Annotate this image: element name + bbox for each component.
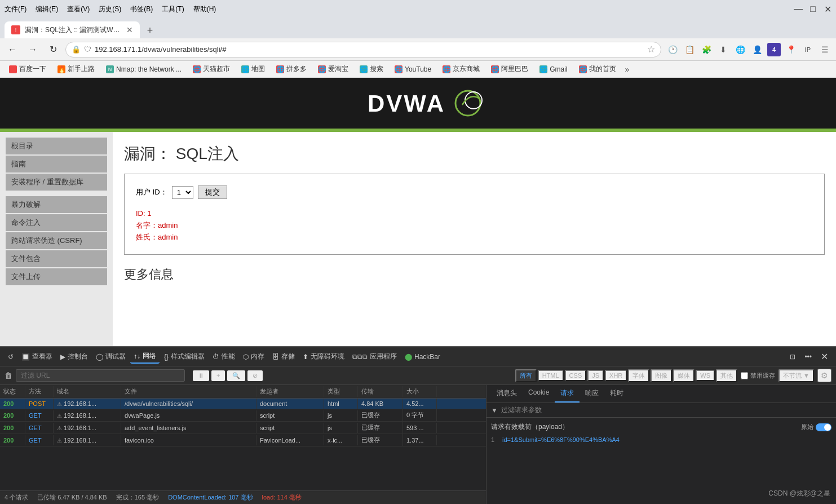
devtools-network-btn[interactable]: ↑↓ 网络 bbox=[130, 350, 160, 364]
disable-cache-input[interactable] bbox=[741, 372, 748, 379]
menu-icon[interactable]: ☰ bbox=[818, 43, 831, 56]
type-html-btn[interactable]: HTML bbox=[538, 370, 564, 381]
raw-toggle-switch[interactable] bbox=[816, 423, 831, 431]
tab-cookie[interactable]: Cookie bbox=[523, 385, 555, 403]
menu-file[interactable]: 文件(F) bbox=[5, 5, 26, 14]
menu-history[interactable]: 历史(S) bbox=[99, 5, 121, 14]
bookmarks-overflow-button[interactable]: » bbox=[623, 64, 632, 75]
table-row[interactable]: 200 GET ⚠ 192.168.1... favicon.ico Favic… bbox=[0, 434, 486, 446]
table-row[interactable]: 200 GET ⚠ 192.168.1... add_event_listene… bbox=[0, 422, 486, 434]
devtools-perf-btn[interactable]: ⏱ 性能 bbox=[209, 350, 238, 363]
url-text[interactable]: 192.168.171.1/dvwa/vulnerabilities/sqli/… bbox=[95, 45, 644, 54]
devtools-inspector-btn[interactable]: 🔲 查看器 bbox=[18, 350, 56, 363]
devtools-hackbar-btn[interactable]: ⬤ HackBar bbox=[401, 351, 444, 362]
sidebar-item-root[interactable]: 根目录 bbox=[6, 138, 107, 154]
devtools-a11y-btn[interactable]: ⬆ 无障碍环境 bbox=[299, 350, 348, 363]
menu-tools[interactable]: 工具(T) bbox=[162, 5, 184, 14]
pause-filter-btn[interactable]: ⏸ bbox=[193, 370, 209, 381]
container-icon[interactable]: 4 bbox=[767, 43, 781, 56]
sidebar-item-guide[interactable]: 指南 bbox=[6, 156, 107, 173]
filter-url-input[interactable] bbox=[16, 369, 185, 382]
stop-filter-btn[interactable]: ⊘ bbox=[247, 370, 263, 381]
table-row[interactable]: 200 POST ⚠ 192.168.1... /dvwa/vulnerabil… bbox=[0, 399, 486, 409]
search-filter-btn[interactable]: 🔍 bbox=[227, 370, 245, 381]
type-media-btn[interactable]: 媒体 bbox=[673, 369, 695, 382]
ip-label[interactable]: IP bbox=[801, 43, 815, 56]
type-image-btn[interactable]: 图像 bbox=[651, 369, 672, 382]
maximize-button[interactable]: □ bbox=[809, 5, 817, 13]
devtools-close-btn[interactable]: ✕ bbox=[817, 350, 831, 363]
bookmark-search[interactable]: 🌐 搜索 bbox=[355, 63, 388, 75]
extensions-icon[interactable]: 🧩 bbox=[700, 43, 713, 56]
sidebar-item-setup[interactable]: 安装程序 / 重置数据库 bbox=[6, 174, 107, 191]
type-all-btn[interactable]: 所有 bbox=[515, 369, 537, 382]
addon-icon[interactable]: 🌐 bbox=[733, 43, 747, 56]
sidebar-item-file-include[interactable]: 文件包含 bbox=[6, 250, 107, 267]
sidebar-item-csrf[interactable]: 跨站请求伪造 (CSRF) bbox=[6, 232, 107, 249]
reading-list-icon[interactable]: 📋 bbox=[683, 43, 696, 56]
bookmark-star-icon[interactable]: ☆ bbox=[647, 44, 655, 55]
devtools-reload-btn[interactable]: ↺ bbox=[5, 351, 17, 362]
download-icon[interactable]: ⬇ bbox=[716, 43, 730, 56]
tab-timing[interactable]: 耗时 bbox=[604, 385, 629, 403]
type-other-btn[interactable]: 其他 bbox=[716, 369, 737, 382]
devtools-more-btn[interactable]: ••• bbox=[801, 351, 815, 362]
table-row[interactable]: 200 GET ⚠ 192.168.1... dvwaPage.js scrip… bbox=[0, 409, 486, 422]
forward-button[interactable]: → bbox=[25, 42, 41, 58]
bookmark-nmap[interactable]: N Nmap: the Network ... bbox=[101, 64, 186, 74]
bookmark-jd[interactable]: 🌐 京东商城 bbox=[438, 63, 484, 75]
tab-close-button[interactable]: ✕ bbox=[126, 25, 133, 34]
type-ws-btn[interactable]: WS bbox=[696, 370, 715, 381]
trash-icon[interactable]: 🗑 bbox=[5, 371, 12, 380]
menu-bookmarks[interactable]: 书签(B) bbox=[130, 5, 153, 14]
devtools-memory-btn[interactable]: ⬡ 内存 bbox=[240, 350, 268, 363]
bookmark-gmail[interactable]: 🌐 Gmail bbox=[535, 64, 572, 74]
sidebar-item-file-upload[interactable]: 文件上传 bbox=[6, 268, 107, 285]
minimize-button[interactable]: — bbox=[794, 5, 802, 13]
type-js-btn[interactable]: JS bbox=[587, 370, 604, 381]
bookmark-baidu[interactable]: 百度一下 bbox=[5, 63, 51, 75]
history-icon[interactable]: 🕐 bbox=[666, 43, 679, 56]
menu-help[interactable]: 帮助(H) bbox=[193, 5, 216, 14]
devtools-storage-btn[interactable]: 🗄 存储 bbox=[269, 350, 298, 363]
tab-message-headers[interactable]: 消息头 bbox=[491, 385, 523, 403]
active-tab[interactable]: ! 漏洞：SQL注入 :: 漏洞测试We... ✕ bbox=[5, 21, 140, 38]
bookmark-alibaba[interactable]: 🌐 阿里巴巴 bbox=[486, 63, 533, 75]
disable-cache-checkbox[interactable]: 禁用缓存 bbox=[741, 372, 775, 380]
raw-toggle[interactable]: 原始 bbox=[801, 423, 831, 431]
tab-request[interactable]: 请求 bbox=[555, 385, 580, 403]
devtools-debugger-btn[interactable]: ◯ 调试器 bbox=[92, 350, 129, 363]
add-filter-btn[interactable]: + bbox=[211, 370, 225, 381]
no-throttle-btn[interactable]: 不节流 ▼ bbox=[779, 369, 814, 382]
type-css-btn[interactable]: CSS bbox=[565, 370, 587, 381]
user-id-select[interactable]: 1 2 bbox=[172, 186, 193, 199]
tab-response[interactable]: 响应 bbox=[580, 385, 604, 403]
sidebar-item-brute[interactable]: 暴力破解 bbox=[6, 196, 107, 213]
bookmark-newbie[interactable]: 🔥 新手上路 bbox=[53, 63, 99, 75]
refresh-button[interactable]: ↻ bbox=[45, 42, 61, 58]
bookmark-taobao[interactable]: 🌐 爱淘宝 bbox=[313, 63, 353, 75]
new-tab-button[interactable]: + bbox=[142, 23, 158, 38]
devtools-style-btn[interactable]: {} 样式编辑器 bbox=[161, 350, 208, 363]
type-font-btn[interactable]: 字体 bbox=[628, 369, 649, 382]
type-xhr-btn[interactable]: XHR bbox=[605, 370, 627, 381]
submit-button[interactable]: 提交 bbox=[198, 185, 227, 199]
menu-view[interactable]: 查看(V) bbox=[67, 5, 90, 14]
bookmark-tmall[interactable]: 🌐 天猫超市 bbox=[188, 63, 235, 75]
devtools-undock-btn[interactable]: ⊡ bbox=[786, 351, 799, 362]
payload-value[interactable]: id=1&Submit=%E6%8F%90%E4%BA%A4 bbox=[502, 436, 620, 443]
bookmark-pinduoduo[interactable]: 🌐 拼多多 bbox=[272, 63, 311, 75]
sidebar-item-command[interactable]: 命令注入 bbox=[6, 214, 107, 231]
sync-icon[interactable]: 👤 bbox=[750, 43, 764, 56]
devtools-console-btn[interactable]: ▶ 控制台 bbox=[57, 350, 91, 363]
back-button[interactable]: ← bbox=[5, 42, 20, 58]
address-bar[interactable]: 🔒 🛡 192.168.171.1/dvwa/vulnerabilities/s… bbox=[65, 42, 661, 58]
close-button[interactable]: ✕ bbox=[824, 5, 831, 13]
bookmark-youtube[interactable]: 🌐 YouTube bbox=[390, 64, 436, 74]
bookmark-map[interactable]: 🌐 地图 bbox=[237, 63, 269, 75]
devtools-app-btn[interactable]: ⧉⧉⧉ 应用程序 bbox=[349, 350, 400, 363]
vpn-icon[interactable]: 📍 bbox=[784, 43, 798, 56]
menu-edit[interactable]: 编辑(E) bbox=[36, 5, 58, 14]
bookmark-homepage[interactable]: 🌐 我的首页 bbox=[574, 63, 621, 75]
settings-gear-btn[interactable]: ⚙ bbox=[817, 369, 831, 382]
